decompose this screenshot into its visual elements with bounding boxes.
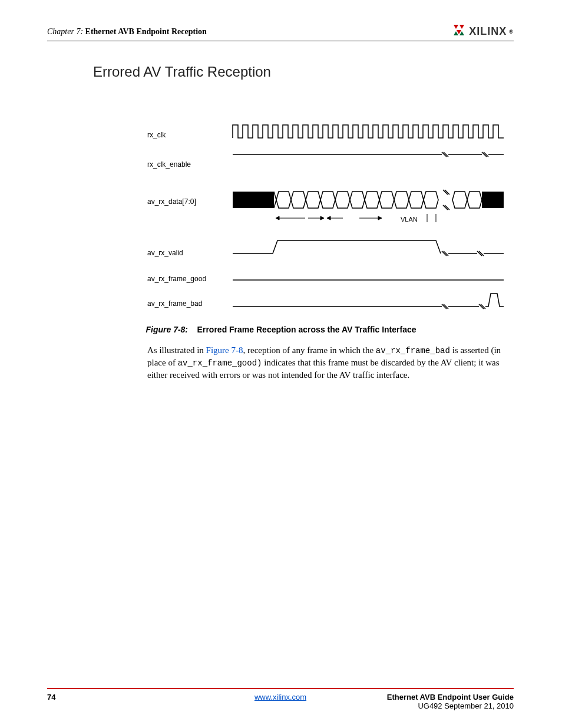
page-number: 74 — [47, 693, 55, 701]
para-text-2: , reception of any frame in which the — [243, 345, 376, 355]
figure-caption: Figure 7-8: Errored Frame Reception acro… — [0, 325, 562, 334]
footer-right: Ethernet AVB Endpoint User Guide UG492 S… — [387, 693, 514, 710]
figure-title: Errored Frame Reception across the AV Tr… — [197, 325, 416, 334]
timing-diagram-svg — [147, 118, 507, 318]
signal-label-rx-clk-enable: rx_clk_enable — [147, 160, 191, 169]
vlan-label: VLAN — [401, 216, 418, 223]
signal-label-av-rx-frame-good: av_rx_frame_good — [147, 275, 206, 283]
page-footer: 74 www.xilinx.com Ethernet AVB Endpoint … — [47, 693, 514, 710]
logo-icon — [454, 25, 467, 38]
logo-text: XILINX — [469, 25, 507, 38]
figure-number: Figure 7-8: — [146, 325, 188, 334]
svg-rect-9 — [482, 192, 504, 208]
code-snippet-2: av_rx_frame_good) — [178, 358, 262, 368]
av-rx-data-wave — [233, 190, 504, 222]
svg-marker-1 — [459, 25, 464, 29]
para-text-1: As illustrated in — [147, 345, 206, 355]
footer-url-link[interactable]: www.xilinx.com — [254, 693, 306, 701]
xilinx-logo: XILINX® — [454, 25, 514, 38]
code-snippet-1: av_rx_frame_bad — [376, 346, 450, 355]
footer-rule — [47, 688, 514, 689]
svg-marker-17 — [378, 216, 382, 220]
figure-link[interactable]: Figure 7-8 — [206, 345, 243, 355]
rx-clk-wave — [233, 125, 504, 138]
signal-label-rx-clk: rx_clk — [147, 131, 166, 139]
guide-title: Ethernet AVB Endpoint User Guide — [387, 693, 514, 701]
rx-clk-enable-wave — [233, 152, 504, 157]
chapter-title: Ethernet AVB Endpoint Reception — [85, 27, 207, 36]
svg-marker-13 — [320, 216, 324, 220]
page-header: Chapter 7: Ethernet AVB Endpoint Recepti… — [47, 25, 514, 41]
svg-marker-0 — [454, 25, 458, 29]
logo-registered: ® — [509, 29, 514, 35]
signal-label-av-rx-valid: av_rx_valid — [147, 249, 183, 257]
svg-marker-15 — [327, 216, 330, 220]
chapter-prefix: Chapter 7: — [47, 27, 83, 36]
doc-id: UG492 September 21, 2010 — [387, 701, 514, 710]
body-paragraph: As illustrated in Figure 7-8, reception … — [147, 344, 507, 381]
av-rx-frame-bad-wave — [233, 294, 504, 309]
section-title: Errored AV Traffic Reception — [93, 64, 271, 80]
timing-diagram: rx_clk rx_clk_enable av_rx_data[7:0] av_… — [147, 118, 507, 318]
svg-rect-8 — [233, 192, 274, 208]
signal-label-av-rx-data: av_rx_data[7:0] — [147, 197, 196, 206]
av-rx-valid-wave — [233, 241, 504, 256]
signal-label-av-rx-frame-bad: av_rx_frame_bad — [147, 299, 202, 308]
svg-marker-11 — [276, 216, 279, 220]
chapter-breadcrumb: Chapter 7: Ethernet AVB Endpoint Recepti… — [47, 27, 207, 37]
